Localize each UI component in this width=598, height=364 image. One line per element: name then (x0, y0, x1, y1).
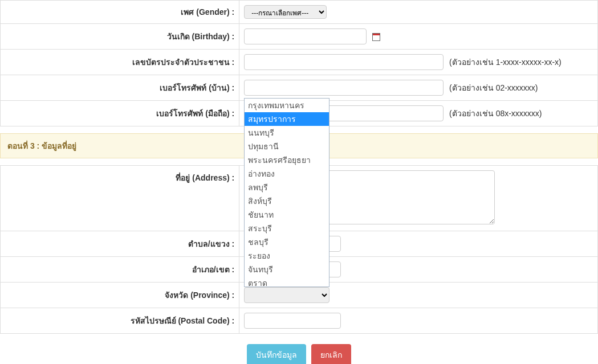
province-option[interactable]: พระนครศรีอยุธยา (245, 153, 329, 167)
postal-input[interactable] (244, 313, 341, 329)
phone-home-input[interactable] (244, 80, 444, 96)
label-gender: เพศ (Gender) : (1, 1, 239, 24)
label-phone-home: เบอร์โทรศัพท์ (บ้าน) : (1, 75, 239, 101)
province-option[interactable]: สมุทรปราการ (245, 112, 329, 126)
citizen-id-input[interactable] (244, 54, 444, 70)
province-option[interactable]: สระบุรี (245, 222, 329, 235)
birthday-input[interactable] (244, 28, 367, 44)
province-option[interactable]: ปทุมธานี (245, 140, 329, 153)
label-province: จังหวัด (Province) : (1, 283, 239, 308)
label-postal: รหัสไปรษณีย์ (Postal Code) : (1, 308, 239, 334)
gender-select[interactable]: ---กรุณาเลือกเพศ--- (244, 5, 327, 19)
save-button[interactable]: บันทึกข้อมูล (247, 344, 306, 364)
label-tambon: ตำบล/แขวง : (1, 231, 239, 257)
province-option[interactable]: จันทบุรี (245, 263, 329, 276)
province-option[interactable]: ชัยนาท (245, 208, 329, 222)
hint-phone-home: (ตัวอย่างเช่น 02-xxxxxxx) (449, 83, 538, 92)
label-citizen-id: เลขบัตรประจำตัวประชาชน : (1, 50, 239, 75)
province-dropdown[interactable]: กรุงเทพมหานครสมุทรปราการนนทบุรีปทุมธานีพ… (244, 98, 329, 287)
label-phone-mobile: เบอร์โทรศัพท์ (มือถือ) : (1, 101, 239, 126)
hint-citizen-id: (ตัวอย่างเช่น 1-xxxx-xxxxx-xx-x) (449, 58, 562, 67)
label-address: ที่อยู่ (Address) : (1, 166, 239, 231)
province-option[interactable]: กรุงเทพมหานคร (245, 99, 329, 112)
province-option[interactable]: ลพบุรี (245, 181, 329, 194)
calendar-icon[interactable] (372, 33, 380, 41)
province-select[interactable] (244, 287, 329, 303)
label-birthday: วันเกิด (Birthday) : (1, 24, 239, 50)
province-option[interactable]: ชลบุรี (245, 235, 329, 249)
cancel-button[interactable]: ยกเลิก (311, 344, 351, 364)
label-amphoe: อำเภอ/เขต : (1, 257, 239, 283)
province-option[interactable]: ระยอง (245, 249, 329, 263)
province-option[interactable]: นนทบุรี (245, 126, 329, 140)
hint-phone-mobile: (ตัวอย่างเช่น 08x-xxxxxxx) (449, 109, 542, 118)
province-option[interactable]: สิงห์บุรี (245, 194, 329, 208)
province-option[interactable]: ตราด (245, 276, 329, 287)
province-option[interactable]: อ่างทอง (245, 167, 329, 181)
button-row: บันทึกข้อมูล ยกเลิก (0, 334, 598, 364)
